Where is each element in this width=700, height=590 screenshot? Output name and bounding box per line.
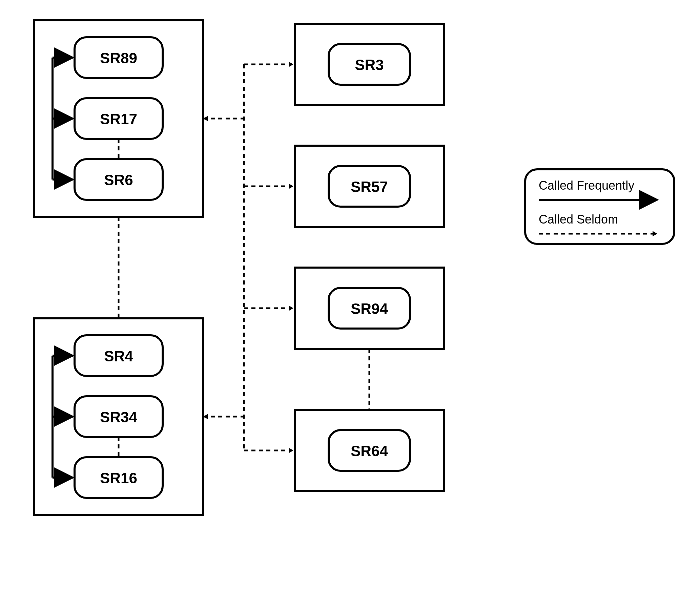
group-top-left: SR89 SR17 SR6 <box>34 20 203 217</box>
node-sr6-label: SR6 <box>104 172 133 188</box>
node-sr4-label: SR4 <box>104 348 133 364</box>
legend: Called Frequently Called Seldom <box>525 169 674 244</box>
node-sr16: SR16 <box>75 457 163 498</box>
node-sr34-label: SR34 <box>100 409 138 425</box>
node-sr89: SR89 <box>75 37 163 78</box>
node-sr17-label: SR17 <box>100 111 137 127</box>
svg-marker-27 <box>289 305 293 311</box>
legend-seldom-label: Called Seldom <box>539 212 618 226</box>
node-sr4: SR4 <box>75 335 163 376</box>
box-sr94: SR94 <box>295 268 444 349</box>
node-sr6: SR6 <box>75 159 163 200</box>
svg-marker-29 <box>289 448 293 453</box>
node-sr3-label: SR3 <box>355 57 384 73</box>
node-sr94-label: SR94 <box>351 300 388 317</box>
node-sr89-label: SR89 <box>100 50 137 66</box>
bus-to-sr94 <box>244 305 293 311</box>
bus-to-sr64 <box>244 448 293 453</box>
node-sr17: SR17 <box>75 98 163 139</box>
box-sr57: SR57 <box>295 146 444 227</box>
node-sr57-label: SR57 <box>351 178 388 195</box>
node-sr16-label: SR16 <box>100 470 137 486</box>
legend-frequent-label: Called Frequently <box>539 178 634 192</box>
node-sr34: SR34 <box>75 396 163 437</box>
svg-marker-20 <box>289 62 293 67</box>
connector-bottom-left-out <box>203 414 244 419</box>
bus-to-sr57 <box>244 184 293 189</box>
box-sr64: SR64 <box>295 410 444 491</box>
node-sr64-label: SR64 <box>351 443 388 459</box>
diagram-canvas: SR89 SR17 SR6 SR4 SR34 SR16 <box>0 0 700 590</box>
box-sr3: SR3 <box>295 24 444 105</box>
connector-top-left-out <box>203 62 293 121</box>
group-bottom-left: SR4 SR34 SR16 <box>34 318 203 515</box>
svg-marker-25 <box>289 184 293 189</box>
svg-marker-31 <box>653 231 657 236</box>
